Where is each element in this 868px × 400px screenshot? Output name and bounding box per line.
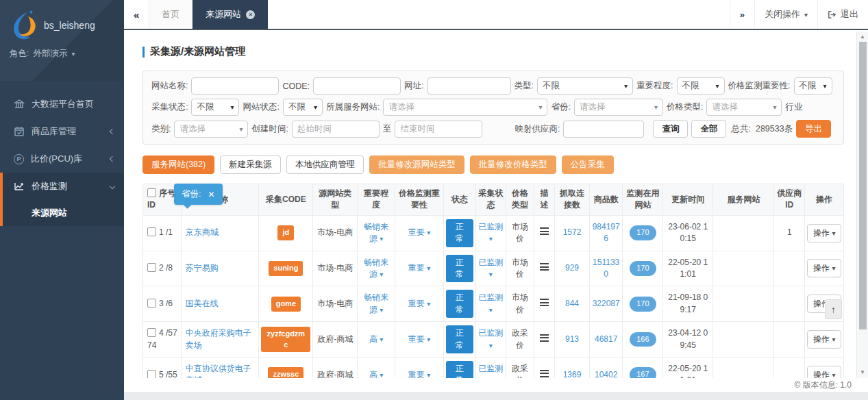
tooltip-close-icon[interactable]: ✕ [208,190,214,199]
status-badge: 正常 [446,361,473,378]
importance-dropdown[interactable]: 高 ▾ [369,370,383,378]
logout-button[interactable]: 退出 [817,0,868,29]
sidebar-item-price-monitor[interactable]: 价格监测 [3,173,124,200]
scrollbar-thumb[interactable] [859,42,867,329]
batch-price-type-button[interactable]: 批量修改价格类型 [470,155,556,174]
description-list-icon[interactable] [540,370,549,377]
row-checkbox[interactable] [147,299,156,308]
description-list-icon[interactable] [540,227,549,235]
row-checkbox[interactable] [147,370,156,378]
links-count-link[interactable]: 1369 [563,370,582,378]
row-actions-button[interactable]: 操作 ▾ [807,259,841,277]
site-status-select[interactable]: 不限 ▾ [283,99,323,116]
importance-select[interactable]: 不限 ▾ [677,77,725,95]
price-importance-dropdown[interactable]: 重要 ▾ [408,370,430,378]
back-to-top-button[interactable]: ↑ [825,299,842,319]
price-importance-dropdown[interactable]: 重要 ▾ [408,263,430,273]
expand-tabs-icon[interactable]: » [730,0,754,29]
province-select[interactable]: 请选择 ▾ [574,99,663,116]
all-button[interactable]: 全部 [691,120,726,138]
site-name-link[interactable]: 中直协议供货电子商城 [186,364,251,378]
collect-status-select[interactable]: 不限 ▾ [191,99,239,116]
description-list-icon[interactable] [540,334,549,342]
map-supplier-input[interactable] [563,121,644,138]
notice-collect-button[interactable]: 公告采集 [562,155,614,174]
service-sites-button[interactable]: 服务网站(382) [142,155,214,174]
category-select[interactable]: 请选择 ▾ [174,121,248,138]
price-importance-select[interactable]: 不限 ▾ [794,77,832,95]
products-count-link[interactable]: 9841976 [593,222,620,243]
site-name-input[interactable] [191,77,279,95]
monitor-sites-pill[interactable]: 170 [630,261,656,276]
row-actions-button[interactable]: 操作 ▾ [807,224,841,242]
export-button[interactable]: 导出 [796,120,831,138]
row-checkbox[interactable] [147,263,156,272]
price-importance-dropdown[interactable]: 重要 ▾ [408,227,430,237]
code-input[interactable] [313,77,401,95]
site-name-link[interactable]: 京东商城 [186,227,219,237]
links-count-link[interactable]: 913 [565,334,579,344]
caret-down-icon: ▾ [380,371,383,378]
filter-row-1: 网站名称: CODE: 网址: 类型: 不限 ▾ 重要程度: 不限 ▾ 价格监测… [151,77,835,95]
description-list-icon[interactable] [540,299,549,306]
tab-source-sites[interactable]: 来源网站 ✕ [193,0,268,29]
price-type-select[interactable]: 请选择 ▾ [706,99,782,116]
importance-dropdown[interactable]: 畅销来源 ▾ [364,222,388,243]
sidebar-item-bigdata-home[interactable]: 大数据平台首页 [0,90,124,118]
importance-dropdown[interactable]: 高 ▾ [369,334,383,344]
seq-cell: 4 /5774 [143,322,182,358]
role-switcher[interactable]: 角色: 外部演示 ▾ [10,48,116,60]
products-count-link[interactable]: 322087 [593,299,620,308]
tab-home[interactable]: 首页 [149,0,193,29]
price-importance-dropdown[interactable]: 重要 ▾ [408,334,430,344]
row-checkbox[interactable] [147,328,156,337]
importance-dropdown[interactable]: 畅销来源 ▾ [364,292,388,314]
local-supplier-button[interactable]: 本地供应商管理 [286,155,364,174]
row-actions-button[interactable]: 操作 ▾ [807,366,841,378]
start-time-input[interactable] [292,121,380,138]
products-count-link[interactable]: 46817 [595,334,617,344]
type-select[interactable]: 不限 ▾ [537,77,633,95]
collect-status-dropdown[interactable]: 已监测 ▾ [478,328,503,349]
links-count-link[interactable]: 844 [565,299,579,308]
sidebar-subitem-source-sites[interactable]: 来源网站 [3,200,124,226]
collect-status-dropdown[interactable]: 已监测 ▾ [478,222,503,243]
close-actions-dropdown[interactable]: 关闭操作 ▾ [754,0,817,29]
collect-status-dropdown[interactable]: 已监测 ▾ [478,258,503,279]
bottom-strip [124,392,868,400]
site-name-link[interactable]: 中央政府采购电子卖场 [186,328,251,349]
row-checkbox[interactable] [147,227,156,236]
importance-dropdown[interactable]: 畅销来源 ▾ [364,258,388,279]
site-name-link[interactable]: 国美在线 [186,299,219,308]
monitor-sites-pill[interactable]: 167 [630,367,656,378]
products-count-link[interactable]: 10402 [595,370,617,378]
tab-close-icon[interactable]: ✕ [246,10,255,19]
products-count-link[interactable]: 1511330 [593,258,619,279]
collect-status-dropdown[interactable]: 已监测 ▾ [478,292,503,314]
site-name-link[interactable]: 苏宁易购 [186,263,219,273]
vertical-scrollbar[interactable]: ▲ ▼ [856,32,868,378]
price-importance-dropdown[interactable]: 重要 ▾ [408,299,430,308]
search-button[interactable]: 查询 [653,120,688,138]
price-type-cell: 市场价 [506,286,534,322]
links-count-link[interactable]: 1572 [563,227,582,237]
batch-site-type-button[interactable]: 批量修改源网站类型 [369,155,464,174]
description-list-icon[interactable] [540,263,549,271]
service-site-select[interactable]: 请选择 ▾ [383,99,547,116]
monitor-sites-pill[interactable]: 170 [630,297,656,312]
select-all-checkbox[interactable] [147,188,156,197]
monitor-sites-pill[interactable]: 170 [630,225,656,240]
end-time-input[interactable] [395,121,482,138]
scroll-down-icon[interactable]: ▼ [857,368,868,377]
url-input[interactable] [427,77,511,95]
type-label: 类型: [514,80,534,92]
scroll-up-icon[interactable]: ▲ [857,33,868,41]
row-actions-button[interactable]: 操作 ▾ [807,330,841,349]
links-count-link[interactable]: 929 [565,263,579,273]
sidebar-item-pcu-library[interactable]: P 比价(PCU)库 [0,145,124,173]
monitor-sites-pill[interactable]: 166 [630,332,656,347]
collapse-tabs-icon[interactable]: « [124,0,149,29]
collect-status-dropdown[interactable]: 已监测 ▾ [478,364,503,378]
new-source-button[interactable]: 新建采集源 [220,155,281,174]
sidebar-item-product-library[interactable]: 商品库管理 [0,118,124,145]
